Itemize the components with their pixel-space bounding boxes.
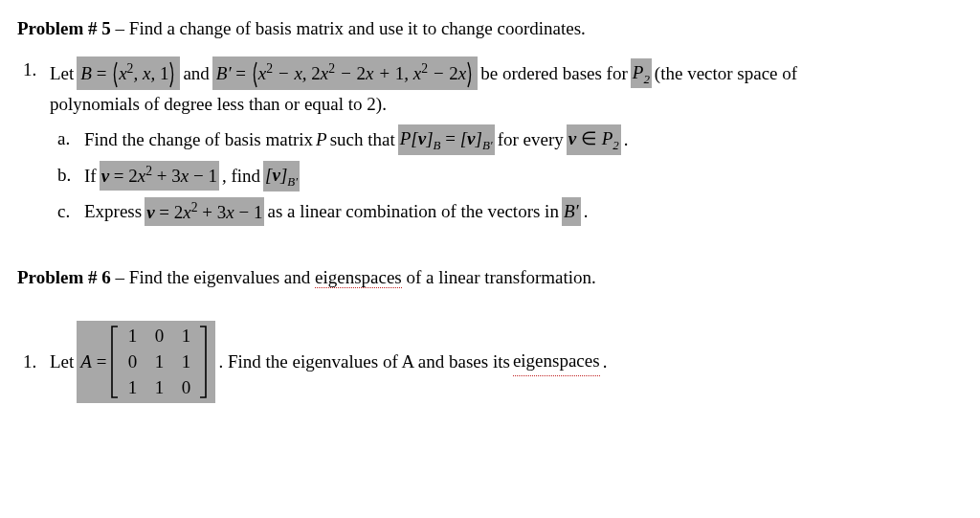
matrix-grid: 1 0 1 0 1 1 1 1 0 [120,323,198,402]
p5-b-body: If v = 2x2 + 3x − 1, find [v]B′ [84,161,302,191]
lparen-icon [251,61,258,88]
m-2-1: 1 [154,378,164,398]
Bp-items: x2 − x, 2x2 − 2x + 1, x2 − 2x [258,63,466,83]
eq1: = [92,63,111,83]
be-text: be ordered bases for [480,59,628,87]
p5-c-label: c. [57,197,84,225]
p5-b-label: b. [57,161,84,189]
p5-b: b. If v = 2x2 + 3x − 1, find [v]B′ [57,161,963,191]
b-veq-box: v = 2x2 + 3x − 1 [100,161,219,191]
p5-item-1-num: 1. [23,56,46,84]
p6-dot: . [603,349,608,376]
Bp-label: B′ [216,63,232,83]
p5-item1-line1: Let B = x2, x, 1 and B′ = x2 − x, 2x2 − … [50,56,963,91]
c-t2: as a linear combination of the vectors i… [267,197,558,225]
a-dot: . [624,125,629,153]
P2-sub: 2 [643,71,649,85]
P2-box: P2 [631,58,652,89]
b-t1: If [84,162,97,190]
m-2-2: 0 [181,378,190,398]
c-Bp: B′ [564,201,579,221]
B-label: B [80,63,92,83]
c-Bp-box: B′ [562,197,581,225]
c-t1: Express [84,197,142,225]
p6-item-1: 1. Let A = 1 0 1 0 1 1 1 1 0 [23,321,963,404]
eq2: = [232,63,251,83]
problem-6-label: Problem # 6 [17,267,111,287]
p5-a: a. Find the change of basis matrix P suc… [57,124,963,155]
p5-c-body: Express v = 2x2 + 3x − 1 as a linear com… [84,197,590,227]
p6-eigenspaces2: eigenspaces [513,348,600,376]
rparen-icon [168,61,176,88]
p5-sep: – [111,18,129,38]
a-sub-right: B′ [482,138,493,152]
c-dot: . [584,197,589,225]
a-P2b: P [602,128,613,148]
p5-a-label: a. [57,124,84,152]
problem-5-header: Problem # 5 – Find a change of basis mat… [17,15,963,43]
p6-item-1-body: Let A = 1 0 1 0 1 1 1 1 0 [50,321,610,404]
p5-item-1-body: Let B = x2, x, 1 and B′ = x2 − x, 2x2 − … [50,56,963,227]
problem-5-list: 1. Let B = x2, x, 1 and B′ = x2 − x, 2x2… [17,56,963,227]
rbracket-icon [198,325,208,399]
b-vB-sub: B′ [287,174,298,189]
problem-5-label: Problem # 5 [17,18,111,38]
B-items: x2, x, 1 [119,63,168,83]
A-matrix-box: A = 1 0 1 0 1 1 1 1 0 [77,321,215,404]
problem-6-header: Problem # 6 – Find the eigenvalues and e… [17,264,963,292]
p5-c: c. Express v = 2x2 + 3x − 1 as a linear … [57,197,963,227]
p6-item-1-num: 1. [23,349,46,376]
a-P: P [316,125,327,153]
p5-item-1: 1. Let B = x2, x, 1 and B′ = x2 − x, 2x2… [23,56,963,227]
m-0-1: 0 [154,327,164,347]
a-t3: for every [498,125,564,153]
b-vB-box: [v]B′ [263,161,300,191]
P2-label: P [633,62,644,82]
p6-t2: of a linear transformation. [402,267,596,287]
let-text: Let [50,59,74,87]
a-expr-box: P[v]B = [v]B′ [398,124,495,155]
m-0-2: 1 [181,327,190,347]
c-veq-box: v = 2x2 + 3x − 1 [145,197,264,227]
and-text: and [183,59,209,87]
matrix-A: 1 0 1 0 1 1 1 1 0 [110,323,208,402]
m-2-0: 1 [127,378,137,398]
p5-sublist: a. Find the change of basis matrix P suc… [50,124,963,226]
m-1-0: 0 [127,352,137,372]
space-text: (the vector space of [655,59,797,87]
p6-sep: – [111,267,129,287]
m-0-0: 1 [127,327,137,347]
p6-let: Let [50,349,74,376]
rparen-icon [466,61,474,88]
m-1-2: 1 [181,352,190,372]
p6-t1: Find the eigenvalues and [129,267,315,287]
problem-6-list: 1. Let A = 1 0 1 0 1 1 1 1 0 [17,321,963,404]
a-t2: such that [330,125,395,153]
a-P2b-sub: 2 [612,138,618,152]
basis-Bp-box: B′ = x2 − x, 2x2 − 2x + 1, x2 − 2x [212,56,478,91]
a-vin-box: v ∈ P2 [567,124,621,155]
p6-after: . Find the eigenvalues of A and bases it… [218,349,509,376]
a-t1: Find the change of basis matrix [84,125,313,153]
lbracket-icon [110,325,120,399]
A-eq-label: A = [80,349,106,376]
m-1-1: 1 [154,352,164,372]
p6-eigenspaces: eigenspaces [315,267,402,288]
p5-header-text: Find a change of basis matrix and use it… [129,18,586,38]
poly-line: polynomials of degree less than or equal… [50,90,963,118]
b-t2: , find [222,162,260,190]
lparen-icon [111,61,119,88]
basis-B-box: B = x2, x, 1 [77,56,180,91]
p5-a-body: Find the change of basis matrix P such t… [84,124,632,155]
